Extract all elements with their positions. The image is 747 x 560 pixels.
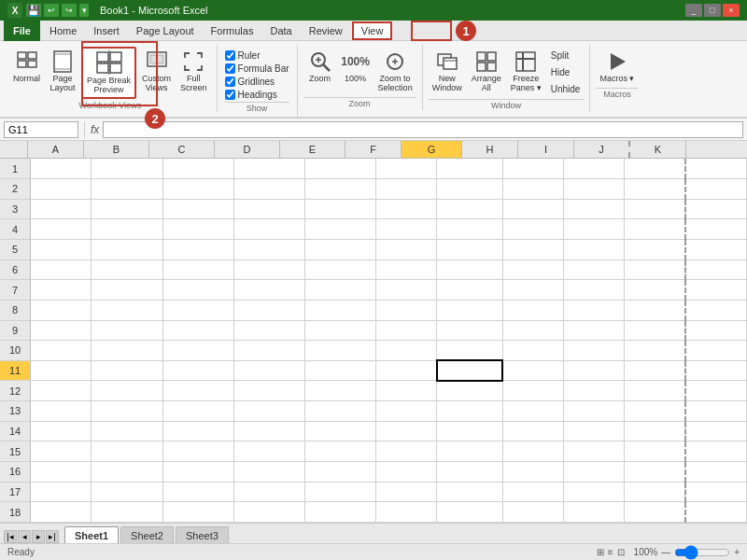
row-num-18[interactable]: 18 [0, 502, 31, 523]
ruler-checkbox-item[interactable]: Ruler [225, 50, 289, 61]
sheet-next-btn[interactable]: ▸ [32, 530, 45, 543]
cell-B1[interactable] [92, 159, 162, 179]
row-num-1[interactable]: 1 [0, 159, 31, 179]
col-header-c[interactable]: C [149, 141, 215, 158]
cell-H9[interactable] [502, 320, 563, 341]
cell-C16[interactable] [162, 461, 233, 482]
cell-J10[interactable] [625, 341, 685, 361]
cell-F4[interactable] [375, 219, 436, 240]
cell-I13[interactable] [564, 401, 625, 422]
cell-G1[interactable] [437, 159, 503, 179]
status-view-layout[interactable]: ≡ [608, 547, 613, 557]
cell-H11[interactable] [502, 360, 563, 381]
cell-A18[interactable] [31, 502, 92, 523]
cell-E1[interactable] [304, 159, 375, 179]
cell-H8[interactable] [502, 300, 563, 320]
quick-save[interactable]: 💾 [26, 4, 41, 17]
cell-G4[interactable] [437, 219, 503, 240]
cell-C11[interactable] [162, 360, 233, 381]
row-num-8[interactable]: 8 [0, 300, 31, 320]
cell-A17[interactable] [31, 482, 92, 502]
cell-H13[interactable] [502, 401, 563, 422]
sheet-first-btn[interactable]: |◂ [4, 530, 17, 543]
cell-E10[interactable] [304, 341, 375, 361]
insert-menu-item[interactable]: Insert [86, 21, 127, 40]
cell-B7[interactable] [92, 280, 162, 301]
cell-E11[interactable] [304, 360, 375, 381]
cell-F3[interactable] [375, 199, 436, 219]
cell-H4[interactable] [502, 219, 563, 240]
review-menu-item[interactable]: Review [302, 21, 350, 40]
split-btn[interactable]: Split [547, 47, 585, 63]
cell-D15[interactable] [233, 441, 304, 462]
cell-K6[interactable] [685, 259, 746, 280]
cell-H3[interactable] [502, 199, 563, 219]
zoom-dialog-btn[interactable]: Zoom [303, 47, 337, 86]
cell-D7[interactable] [233, 280, 304, 301]
cell-E18[interactable] [304, 502, 375, 523]
cell-F6[interactable] [375, 259, 436, 280]
gridlines-checkbox[interactable] [225, 77, 235, 87]
page-layout-menu-item[interactable]: Page Layout [129, 21, 202, 40]
cell-C8[interactable] [162, 300, 233, 320]
cell-J7[interactable] [625, 280, 685, 301]
cell-K5[interactable] [685, 240, 746, 260]
cell-C4[interactable] [162, 219, 233, 240]
cell-G9[interactable] [437, 320, 503, 341]
cell-C7[interactable] [162, 280, 233, 301]
sheet-prev-btn[interactable]: ◂ [18, 530, 31, 543]
cell-J8[interactable] [625, 300, 685, 320]
view-menu-item[interactable]: View [352, 21, 393, 40]
cell-J9[interactable] [625, 320, 685, 341]
minimize-btn[interactable]: _ [685, 4, 702, 17]
cell-G7[interactable] [437, 280, 503, 301]
cell-K18[interactable] [685, 502, 746, 523]
cell-J15[interactable] [625, 441, 685, 462]
row-num-17[interactable]: 17 [0, 482, 31, 502]
cell-J16[interactable] [625, 461, 685, 482]
cell-D16[interactable] [233, 461, 304, 482]
cell-H6[interactable] [502, 259, 563, 280]
cell-D13[interactable] [233, 401, 304, 422]
cell-B14[interactable] [92, 421, 162, 441]
cell-D9[interactable] [233, 320, 304, 341]
cell-B5[interactable] [92, 240, 162, 260]
cell-F8[interactable] [375, 300, 436, 320]
cell-G12[interactable] [437, 381, 503, 401]
cell-F13[interactable] [375, 401, 436, 422]
gridlines-checkbox-item[interactable]: Gridlines [225, 77, 289, 87]
cell-K8[interactable] [685, 300, 746, 320]
cell-K4[interactable] [685, 219, 746, 240]
formulas-menu-item[interactable]: Formulas [204, 21, 261, 40]
cell-B18[interactable] [92, 502, 162, 523]
cell-reference-box[interactable]: G11 [4, 121, 78, 138]
cell-I17[interactable] [564, 482, 625, 502]
cell-B16[interactable] [92, 461, 162, 482]
row-num-5[interactable]: 5 [0, 240, 31, 260]
cell-G13[interactable] [437, 401, 503, 422]
cell-J3[interactable] [625, 199, 685, 219]
cell-I10[interactable] [564, 341, 625, 361]
cell-A10[interactable] [31, 341, 92, 361]
cell-D2[interactable] [233, 179, 304, 200]
formula-input-box[interactable] [103, 121, 743, 138]
cell-D4[interactable] [233, 219, 304, 240]
cell-F15[interactable] [375, 441, 436, 462]
cell-G6[interactable] [437, 259, 503, 280]
cell-K9[interactable] [685, 320, 746, 341]
cell-C2[interactable] [162, 179, 233, 200]
cell-B12[interactable] [92, 381, 162, 401]
cell-K14[interactable] [685, 421, 746, 441]
cell-A3[interactable] [31, 199, 92, 219]
cell-I15[interactable] [564, 441, 625, 462]
cell-C15[interactable] [162, 441, 233, 462]
cell-D8[interactable] [233, 300, 304, 320]
cell-F12[interactable] [375, 381, 436, 401]
cell-I11[interactable] [564, 360, 625, 381]
col-header-f[interactable]: F [345, 141, 402, 158]
cell-E5[interactable] [304, 240, 375, 260]
status-zoom-out[interactable]: — [661, 547, 670, 557]
cell-F10[interactable] [375, 341, 436, 361]
cell-J18[interactable] [625, 502, 685, 523]
cell-J6[interactable] [625, 259, 685, 280]
